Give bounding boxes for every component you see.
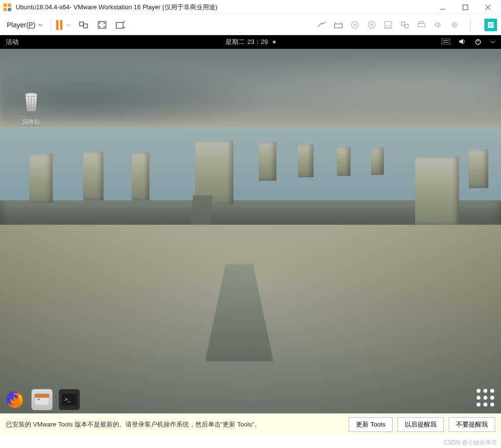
pause-vm-button[interactable]	[56, 20, 71, 30]
svg-point-15	[352, 21, 358, 28]
sound-icon[interactable]	[432, 19, 444, 31]
notification-dot-icon	[272, 41, 275, 43]
player-menu[interactable]: Player(P)	[4, 19, 46, 31]
printer-icon[interactable]	[416, 19, 427, 31]
clock[interactable]: 星期二 23：29	[226, 38, 276, 46]
vm-display[interactable]: 活动 星期二 23：29 回收站	[0, 35, 501, 413]
update-tools-button[interactable]: 更新 Tools	[349, 417, 393, 432]
svg-point-38	[25, 93, 38, 97]
svg-point-16	[354, 24, 356, 26]
svg-text:>_: >_	[64, 396, 71, 402]
svg-rect-24	[419, 21, 423, 23]
svg-rect-11	[116, 22, 123, 28]
vmware-logo-icon	[3, 3, 12, 12]
svg-rect-27	[488, 22, 494, 28]
cd-dvd-2-icon[interactable]	[366, 19, 377, 31]
trash-desktop-icon[interactable]: 回收站	[21, 90, 42, 127]
network-icon[interactable]	[316, 19, 328, 31]
remind-later-button[interactable]: 以后提醒我	[397, 417, 444, 432]
svg-rect-5	[463, 5, 468, 10]
separator	[470, 19, 471, 31]
separator	[51, 19, 51, 31]
hard-disk-icon[interactable]	[333, 19, 344, 31]
fullscreen-button[interactable]	[96, 19, 108, 31]
settings-icon[interactable]	[449, 19, 460, 31]
vmware-tools-notification: 已安装的 VMware Tools 版本不是最新的。请登录客户机操作系统，然后单…	[0, 413, 501, 435]
send-ctrl-alt-del-button[interactable]	[78, 19, 89, 31]
power-icon[interactable]	[475, 38, 481, 46]
minimize-button[interactable]	[432, 0, 454, 15]
maximize-button[interactable]	[454, 0, 477, 15]
activities-button[interactable]: 活动	[6, 38, 19, 46]
files-launcher[interactable]	[31, 389, 53, 410]
window-title: Ubuntu18.04.4-x64- VMware Workstation 16…	[16, 3, 432, 12]
chevron-down-icon[interactable]	[490, 39, 495, 46]
unity-mode-button[interactable]	[115, 19, 126, 31]
svg-rect-10	[98, 21, 106, 28]
svg-rect-1	[8, 3, 11, 7]
chevron-down-icon	[38, 22, 43, 27]
trash-label: 回收站	[21, 118, 42, 127]
floppy-icon[interactable]	[382, 19, 394, 31]
notification-message: 已安装的 VMware Tools 版本不是最新的。请登录客户机操作系统，然后单…	[6, 420, 349, 429]
cd-dvd-icon[interactable]	[349, 19, 361, 31]
keyboard-icon[interactable]	[441, 39, 450, 46]
svg-point-25	[452, 22, 457, 27]
svg-rect-9	[84, 24, 87, 28]
wallpaper	[0, 49, 501, 413]
svg-rect-42	[38, 399, 40, 400]
svg-point-18	[371, 24, 373, 26]
svg-rect-23	[418, 23, 425, 27]
dont-remind-button[interactable]: 不要提醒我	[449, 417, 495, 432]
svg-rect-3	[8, 8, 11, 11]
svg-rect-8	[80, 22, 84, 26]
trash-icon	[21, 90, 42, 113]
show-applications-button[interactable]	[477, 389, 494, 406]
usb-icon[interactable]	[399, 19, 411, 31]
svg-rect-21	[401, 22, 405, 25]
svg-rect-30	[441, 39, 450, 44]
svg-rect-20	[386, 25, 390, 28]
svg-rect-12	[334, 24, 342, 28]
watermark: CSDN @小缺在学习	[443, 439, 497, 447]
terminal-launcher[interactable]: >_	[59, 389, 80, 410]
svg-rect-2	[3, 8, 7, 11]
svg-rect-0	[3, 3, 7, 7]
svg-rect-22	[405, 24, 408, 28]
firefox-launcher[interactable]	[4, 389, 25, 410]
notes-button[interactable]	[484, 19, 497, 31]
svg-rect-19	[385, 21, 392, 28]
gnome-topbar: 活动 星期二 23：29	[0, 35, 501, 49]
svg-point-17	[368, 21, 375, 28]
window-titlebar: Ubuntu18.04.4-x64- VMware Workstation 16…	[0, 0, 501, 15]
dock: >_	[4, 389, 80, 410]
volume-icon[interactable]	[459, 38, 466, 46]
close-button[interactable]	[477, 0, 499, 15]
svg-point-26	[454, 24, 456, 26]
chevron-down-icon	[66, 22, 71, 27]
svg-rect-41	[35, 394, 49, 398]
vmware-toolbar: Player(P)	[0, 15, 501, 35]
